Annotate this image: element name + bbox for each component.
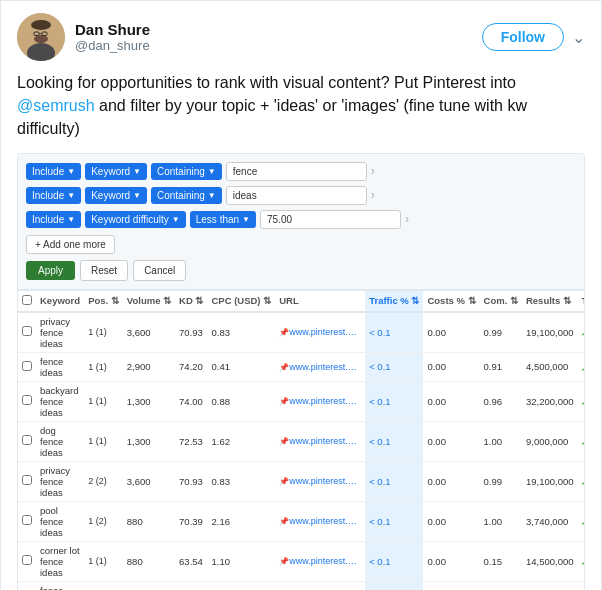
table-row: dog fence ideas 1 (1) 1,300 72.53 1.62 📌…	[18, 421, 584, 461]
row-checkbox[interactable]	[18, 421, 36, 461]
cell-keyword: privacy fence ideas	[36, 461, 84, 501]
col-costs[interactable]: Costs % ⇅	[423, 290, 479, 312]
row-checkbox[interactable]	[18, 461, 36, 501]
cell-trend	[578, 501, 585, 541]
cell-url[interactable]: 📌www.pinterest.co.../signs/	[275, 461, 365, 501]
cell-volume: 1,300	[123, 421, 175, 461]
row-checkbox[interactable]	[18, 381, 36, 421]
col-traffic[interactable]: Traffic % ⇅	[365, 290, 423, 312]
cell-pos: 2 (2)	[84, 581, 123, 590]
cell-kd: 72.53	[175, 421, 207, 461]
filter-type-1[interactable]: Include ▼	[26, 163, 81, 180]
svg-point-3	[34, 35, 48, 43]
cancel-button[interactable]: Cancel	[133, 260, 186, 281]
results-table: Keyword Pos. ⇅ Volume ⇅ KD ⇅ CPC (USD) ⇅…	[18, 290, 584, 590]
table-row: corner lot fence ideas 1 (1) 880 63.54 1…	[18, 541, 584, 581]
filter-condition-2[interactable]: Containing ▼	[151, 187, 222, 204]
scroll-right-1[interactable]: ›	[371, 164, 375, 178]
cell-url[interactable]: 📌www.pinterest.co.../ideas/	[275, 581, 365, 590]
cell-keyword: fence ideas	[36, 581, 84, 590]
cell-results: 4,500,000	[522, 352, 578, 381]
chevron-icon: ▼	[172, 215, 180, 224]
scroll-right-3[interactable]: ›	[405, 212, 409, 226]
filter-type-2[interactable]: Include ▼	[26, 187, 81, 204]
tweet-text: Looking for opportunities to rank with v…	[17, 71, 585, 141]
filter-value-1[interactable]	[226, 162, 367, 181]
cell-url[interactable]: 📌www.pinterest.co.../ideas/	[275, 352, 365, 381]
filter-field-3[interactable]: Keyword difficulty ▼	[85, 211, 186, 228]
cell-volume: 880	[123, 541, 175, 581]
display-name: Dan Shure	[75, 21, 150, 38]
apply-button[interactable]: Apply	[26, 261, 75, 280]
filter-field-1[interactable]: Keyword ▼	[85, 163, 147, 180]
row-checkbox[interactable]	[18, 541, 36, 581]
semrush-mention[interactable]: @semrush	[17, 97, 95, 114]
cell-results: 9,000,000	[522, 421, 578, 461]
row-checkbox[interactable]	[18, 501, 36, 541]
row-checkbox[interactable]	[18, 352, 36, 381]
cell-results: 3,740,000	[522, 501, 578, 541]
filter-type-3[interactable]: Include ▼	[26, 211, 81, 228]
col-com[interactable]: Com. ⇅	[480, 290, 522, 312]
col-checkbox[interactable]	[18, 290, 36, 312]
filter-value-2[interactable]	[226, 186, 367, 205]
cell-cpc: 0.83	[207, 312, 275, 353]
col-url[interactable]: URL	[275, 290, 365, 312]
cell-com: 0.96	[480, 381, 522, 421]
cell-trend	[578, 581, 585, 590]
cell-url[interactable]: 📌www.pinterest.co.../ideas/	[275, 501, 365, 541]
col-volume[interactable]: Volume ⇅	[123, 290, 175, 312]
col-keyword[interactable]: Keyword	[36, 290, 84, 312]
chevron-icon: ▼	[208, 191, 216, 200]
cell-url[interactable]: 📌www.pinterest.co.../ances/	[275, 312, 365, 353]
chevron-down-icon[interactable]: ⌄	[572, 28, 585, 47]
cell-cpc: 0.41	[207, 581, 275, 590]
filter-condition-1[interactable]: Containing ▼	[151, 163, 222, 180]
cell-keyword: dog fence ideas	[36, 421, 84, 461]
cell-keyword: pool fence ideas	[36, 501, 84, 541]
col-kd[interactable]: KD ⇅	[175, 290, 207, 312]
cell-url[interactable]: 📌www.pinterest.co.../ideas/	[275, 381, 365, 421]
cell-cpc: 2.16	[207, 501, 275, 541]
cell-com: 0.91	[480, 581, 522, 590]
cell-pos: 1 (2)	[84, 501, 123, 541]
col-trend[interactable]: Trend	[578, 290, 585, 312]
filter-field-2[interactable]: Keyword ▼	[85, 187, 147, 204]
cell-trend	[578, 312, 585, 353]
table-row: fence ideas 2 (2) 2,900 74.20 0.41 📌www.…	[18, 581, 584, 590]
cell-pos: 1 (1)	[84, 381, 123, 421]
chevron-icon: ▼	[67, 215, 75, 224]
results-table-wrapper: Keyword Pos. ⇅ Volume ⇅ KD ⇅ CPC (USD) ⇅…	[18, 290, 584, 590]
follow-button[interactable]: Follow	[482, 23, 564, 51]
tweet-container: Dan Shure @dan_shure Follow ⌄ Looking fo…	[1, 1, 601, 590]
add-more-row: + Add one more	[26, 235, 576, 254]
chevron-icon: ▼	[208, 167, 216, 176]
filter-row-3: Include ▼ Keyword difficulty ▼ Less than…	[26, 210, 576, 229]
cell-kd: 63.54	[175, 541, 207, 581]
cell-cpc: 1.10	[207, 541, 275, 581]
cell-results: 32,200,000	[522, 381, 578, 421]
add-more-button[interactable]: + Add one more	[26, 235, 115, 254]
col-results[interactable]: Results ⇅	[522, 290, 578, 312]
cell-url[interactable]: 📌www.pinterest.co.../ideas/	[275, 541, 365, 581]
filter-value-3[interactable]	[260, 210, 401, 229]
cell-costs: 0.00	[423, 581, 479, 590]
row-checkbox[interactable]	[18, 581, 36, 590]
cell-com: 1.00	[480, 421, 522, 461]
tweet-header-left: Dan Shure @dan_shure	[17, 13, 150, 61]
cell-url[interactable]: 📌www.pinterest.co.../ideas/	[275, 421, 365, 461]
avatar	[17, 13, 65, 61]
table-row: fence ideas 1 (1) 2,900 74.20 0.41 📌www.…	[18, 352, 584, 381]
col-pos[interactable]: Pos. ⇅	[84, 290, 123, 312]
filter-condition-3[interactable]: Less than ▼	[190, 211, 256, 228]
tweet-text-part1: Looking for opportunities to rank with v…	[17, 74, 516, 91]
reset-button[interactable]: Reset	[80, 260, 128, 281]
col-cpc[interactable]: CPC (USD) ⇅	[207, 290, 275, 312]
select-all-checkbox[interactable]	[22, 295, 32, 305]
row-checkbox[interactable]	[18, 312, 36, 353]
cell-pos: 1 (1)	[84, 312, 123, 353]
scroll-right-2[interactable]: ›	[371, 188, 375, 202]
cell-keyword: privacy fence ideas	[36, 312, 84, 353]
filter-row-1: Include ▼ Keyword ▼ Containing ▼ ›	[26, 162, 576, 181]
cell-trend	[578, 541, 585, 581]
